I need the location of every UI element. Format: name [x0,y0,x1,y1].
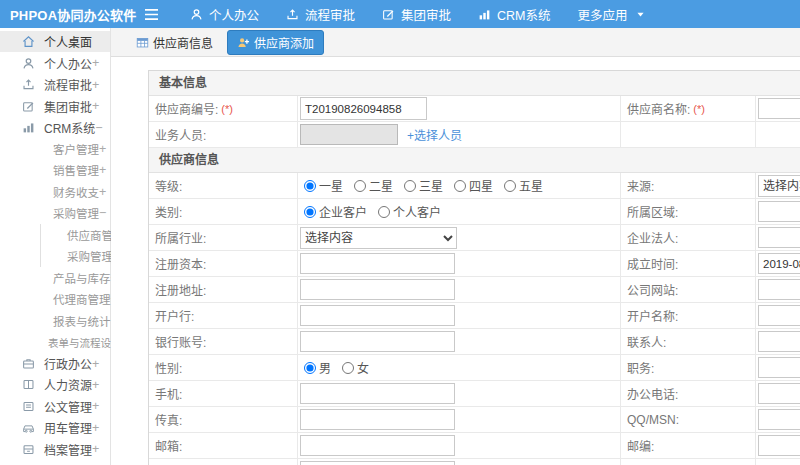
expand-icon[interactable]: + [99,185,106,199]
expand-icon[interactable]: + [92,378,99,392]
sidebar-item-personal-office[interactable]: 个人办公+ [0,52,110,73]
category-radio-1[interactable]: 个人客户 [378,203,441,220]
registered-capital-input[interactable] [300,253,455,274]
position-input[interactable] [758,357,800,378]
email-input[interactable] [300,435,455,456]
supplier-name-input[interactable] [758,98,800,119]
nav-item-crm-system[interactable]: CRM系统 [478,5,550,24]
gender-radio-input[interactable] [342,362,354,374]
field-label-cell: 性别: [149,355,298,380]
registered-address-input[interactable] [300,279,455,300]
gender-radio-0[interactable]: 男 [304,359,331,376]
grade-radio-input[interactable] [354,180,366,192]
sidebar-item-agent-management[interactable]: 代理商管理+ [0,288,110,309]
legal-person-input[interactable] [758,227,800,248]
sidebar-item-personal-desktop[interactable]: 个人桌面 [0,31,110,52]
expand-icon[interactable]: + [92,99,99,113]
sidebar-item-human-resources[interactable]: 人力资源+ [0,374,110,395]
select-person-link[interactable]: +选择人员 [407,126,462,143]
field-value-cell [298,277,621,302]
founding-date-input[interactable] [758,253,800,274]
sidebar-item-process-approval[interactable]: 流程审批+ [0,74,110,95]
sidebar-item-purchasing[interactable]: 采购管理 [40,246,110,267]
grade-radio-input[interactable] [304,180,316,192]
hamburger-icon[interactable] [134,8,168,21]
sidebar-item-product-inventory[interactable]: 产品与库存+ [0,267,110,288]
nav-item-more-apps[interactable]: 更多应用 [578,5,645,24]
collapse-icon[interactable]: − [99,206,106,220]
briefcase-icon [22,357,35,370]
grade-radio-1[interactable]: 二星 [354,177,393,194]
mobile-input[interactable] [300,383,455,404]
company-website-input[interactable] [758,279,800,300]
sidebar-item-document-management[interactable]: 公文管理+ [0,396,110,417]
supplier-add-icon [237,36,250,49]
form-row: 开户行:开户名称: [149,303,800,329]
field-label-cell: 企业法人: [621,225,756,250]
sidebar-item-finance-revenue[interactable]: 财务收支+ [0,181,110,202]
sidebar-item-label: 产品与库存 [53,270,111,286]
expand-icon[interactable]: + [92,56,99,70]
contact-person-input[interactable] [758,331,800,352]
category-radio-input[interactable] [378,206,390,218]
expand-icon[interactable]: + [99,142,106,156]
sidebar-item-group-approval[interactable]: 集团审批+ [0,95,110,116]
field-value-cell [756,122,800,147]
address-input[interactable] [300,461,455,465]
sidebar-item-form-flow-settings[interactable]: 表单与流程设置+ [0,331,110,352]
field-label: 职务: [627,359,654,376]
field-value-cell [298,329,621,354]
grade-radio-input[interactable] [454,180,466,192]
gender-radio-input[interactable] [304,362,316,374]
gender-radio-1[interactable]: 女 [342,359,369,376]
expand-icon[interactable]: + [92,357,99,371]
field-value-cell [756,96,800,121]
bank-branch-input[interactable] [300,305,455,326]
section-header: 基本信息 [149,71,800,96]
tab-supplier-info[interactable]: 供应商信息 [131,31,218,54]
field-label: 开户名称: [627,307,678,324]
expand-icon[interactable]: + [92,421,99,435]
grade-radio-input[interactable] [504,180,516,192]
region-input[interactable] [758,201,800,222]
supplier-code-input[interactable] [300,97,427,120]
grade-radio-4[interactable]: 五星 [504,177,543,194]
grade-radio-3[interactable]: 四星 [454,177,493,194]
sidebar-item-archive-management[interactable]: 档案管理+ [0,439,110,460]
business-person-input[interactable] [300,124,398,145]
nav-item-process-approval[interactable]: 流程审批 [286,5,355,24]
expand-icon[interactable]: + [92,399,99,413]
grade-radio-2[interactable]: 三星 [404,177,443,194]
sidebar-item-admin-office[interactable]: 行政办公+ [0,353,110,374]
field-label: 联系人: [627,333,666,350]
sidebar-item-reports-statistics[interactable]: 报表与统计 [0,310,110,331]
field-value-cell: 选择内容 [298,225,621,250]
office-phone-input[interactable] [758,383,800,404]
category-radio-0[interactable]: 企业客户 [304,203,367,220]
nav-item-group-approval[interactable]: 集团审批 [382,5,451,24]
fax-input[interactable] [300,409,455,430]
sidebar-item-sales-management[interactable]: 销售管理+ [0,160,110,181]
expand-icon[interactable]: + [92,442,99,456]
sidebar-item-crm-system[interactable]: CRM系统− [0,117,110,138]
field-label-cell: 注册资本: [149,251,298,276]
sidebar-item-customer-management[interactable]: 客户管理+ [0,138,110,159]
industry-select[interactable]: 选择内容 [300,227,457,249]
qq-msn-input[interactable] [758,409,800,430]
sidebar-item-supplier-management[interactable]: 供应商管理 [40,224,110,245]
bank-account-input[interactable] [300,331,455,352]
tab-supplier-add[interactable]: 供应商添加 [227,30,324,55]
sidebar-item-purchase-management[interactable]: 采购管理− [0,203,110,224]
source-select[interactable]: 选择内容 [758,175,800,197]
nav-item-personal-office[interactable]: 个人办公 [190,5,259,24]
category-radio-input[interactable] [304,206,316,218]
account-name-input[interactable] [758,305,800,326]
grade-radio-input[interactable] [404,180,416,192]
expand-icon[interactable]: + [99,163,106,177]
expand-icon[interactable]: + [92,78,99,92]
collapse-icon[interactable]: − [95,121,102,135]
postal-code-input[interactable] [758,435,800,456]
grade-radio-0[interactable]: 一星 [304,177,343,194]
sidebar-item-vehicle-management[interactable]: 用车管理+ [0,417,110,438]
field-value-cell [298,96,621,121]
